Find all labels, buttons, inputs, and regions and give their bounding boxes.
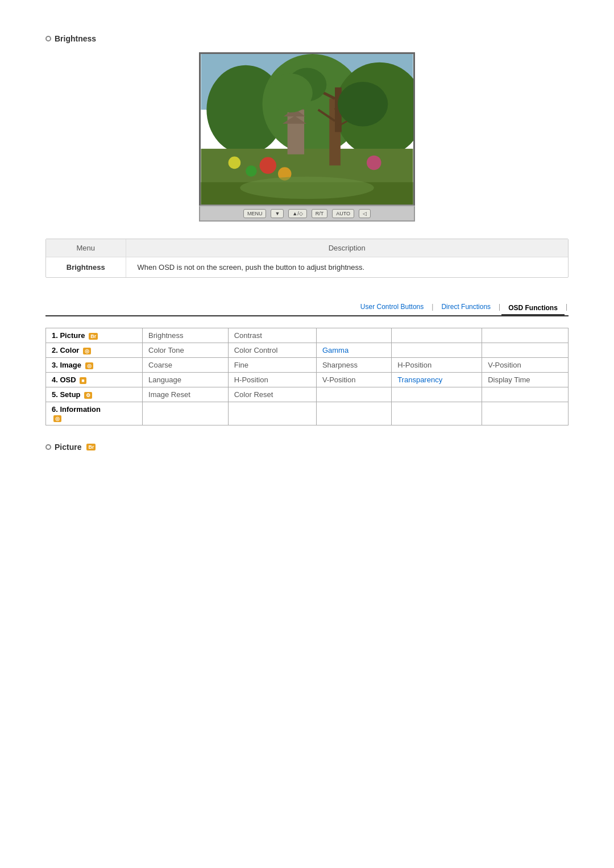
table-row: 1. Picture Br Brightness Contrast	[46, 328, 569, 343]
info-empty1	[143, 402, 229, 425]
svg-point-15	[338, 82, 388, 127]
image-icon: ◎	[85, 362, 93, 369]
menu-button[interactable]: MENU	[243, 209, 267, 218]
image-fine: Fine	[228, 358, 316, 373]
picture-section-heading: Picture Br	[45, 443, 569, 452]
info-icon: ◎	[53, 415, 61, 422]
menu-item-image: 3. Image ◎	[46, 358, 143, 373]
table-row: 6. Information ◎	[46, 402, 569, 425]
menu-item-setup: 5. Setup ⚙	[46, 387, 143, 402]
picture-empty1	[316, 328, 391, 343]
picture-empty2	[392, 328, 482, 343]
color-tone: Color Tone	[143, 343, 229, 358]
osd-vposition: V-Position	[316, 373, 391, 387]
brightness-row-label: Brightness	[46, 257, 126, 278]
nav-sep-3: |	[566, 303, 567, 311]
table-row: 3. Image ◎ Coarse Fine Sharpness H-Posit…	[46, 358, 569, 373]
color-control: Color Control	[228, 343, 316, 358]
setup-color-reset: Color Reset	[228, 387, 316, 402]
table-row: 4. OSD ■ Language H-Position V-Position …	[46, 373, 569, 387]
picture-section-icon: Br	[86, 444, 96, 450]
brightness-label: Brightness	[55, 34, 96, 43]
brightness-row-desc: When OSD is not on the screen, push the …	[126, 257, 568, 278]
nav-sep-2: |	[499, 303, 500, 311]
monitor-bezel: MENU ▼ ▲/◇ R/T AUTO ◁	[199, 206, 415, 222]
svg-point-20	[246, 165, 257, 177]
setup-icon: ⚙	[84, 392, 92, 399]
info-empty2	[228, 402, 316, 425]
osd-hposition: H-Position	[228, 373, 316, 387]
color-gamma: Gamma	[316, 343, 391, 358]
svg-point-24	[240, 177, 374, 199]
info-table: Menu Description Brightness When OSD is …	[46, 239, 568, 277]
circle-icon	[45, 36, 51, 41]
info-table-container: Menu Description Brightness When OSD is …	[45, 239, 569, 278]
svg-point-22	[229, 157, 241, 169]
brightness-section-heading: Brightness	[45, 34, 569, 43]
monitor-screen	[199, 52, 415, 206]
menu-item-color: 2. Color ◎	[46, 343, 143, 358]
circle-icon-2	[45, 444, 51, 450]
menu-item-information: 6. Information ◎	[46, 402, 143, 425]
picture-brightness: Brightness	[143, 328, 229, 343]
image-sharpness: Sharpness	[316, 358, 391, 373]
picture-icon: Br	[89, 333, 98, 340]
osd-displaytime: Display Time	[482, 373, 569, 387]
osd-icon: ■	[80, 377, 86, 384]
svg-point-17	[268, 73, 313, 112]
brightness-up-button[interactable]: ▲/◇	[288, 209, 306, 218]
monitor-display: MENU ▼ ▲/◇ R/T AUTO ◁	[45, 52, 569, 222]
picture-label: Picture	[55, 443, 81, 452]
tab-direct-functions[interactable]: Direct Functions	[434, 301, 497, 313]
table-row: 2. Color ◎ Color Tone Color Control Gamm…	[46, 343, 569, 358]
setup-image-reset: Image Reset	[143, 387, 229, 402]
image-vposition: V-Position	[482, 358, 569, 373]
info-empty5	[482, 402, 569, 425]
info-empty4	[392, 402, 482, 425]
image-coarse: Coarse	[143, 358, 229, 373]
description-col-header: Description	[126, 239, 568, 257]
power-button[interactable]: ◁	[359, 209, 371, 218]
osd-language: Language	[143, 373, 229, 387]
menu-col-header: Menu	[46, 239, 126, 257]
menu-item-picture: 1. Picture Br	[46, 328, 143, 343]
color-icon: ◎	[83, 348, 91, 354]
setup-empty1	[316, 387, 391, 402]
setup-empty3	[482, 387, 569, 402]
auto-button[interactable]: AUTO	[332, 209, 354, 218]
setup-empty2	[392, 387, 482, 402]
menu-item-osd: 4. OSD ■	[46, 373, 143, 387]
osd-functions-table: 1. Picture Br Brightness Contrast 2. Col…	[45, 328, 569, 425]
osd-transparency: Transparency	[392, 373, 482, 387]
table-row: 5. Setup ⚙ Image Reset Color Reset	[46, 387, 569, 402]
color-empty1	[392, 343, 482, 358]
tab-osd-functions[interactable]: OSD Functions	[501, 302, 565, 315]
svg-point-21	[367, 156, 381, 170]
picture-contrast: Contrast	[228, 328, 316, 343]
color-empty2	[482, 343, 569, 358]
picture-empty3	[482, 328, 569, 343]
nav-tabs: User Control Buttons | Direct Functions …	[45, 301, 569, 316]
reset-button[interactable]: R/T	[312, 209, 328, 218]
info-empty3	[316, 402, 391, 425]
image-hposition: H-Position	[392, 358, 482, 373]
nav-sep-1: |	[432, 303, 433, 311]
svg-rect-5	[288, 110, 304, 155]
tab-user-control[interactable]: User Control Buttons	[354, 301, 430, 313]
brightness-row: Brightness When OSD is not on the screen…	[46, 257, 568, 278]
svg-point-18	[260, 157, 276, 174]
brightness-down-button[interactable]: ▼	[271, 209, 284, 218]
